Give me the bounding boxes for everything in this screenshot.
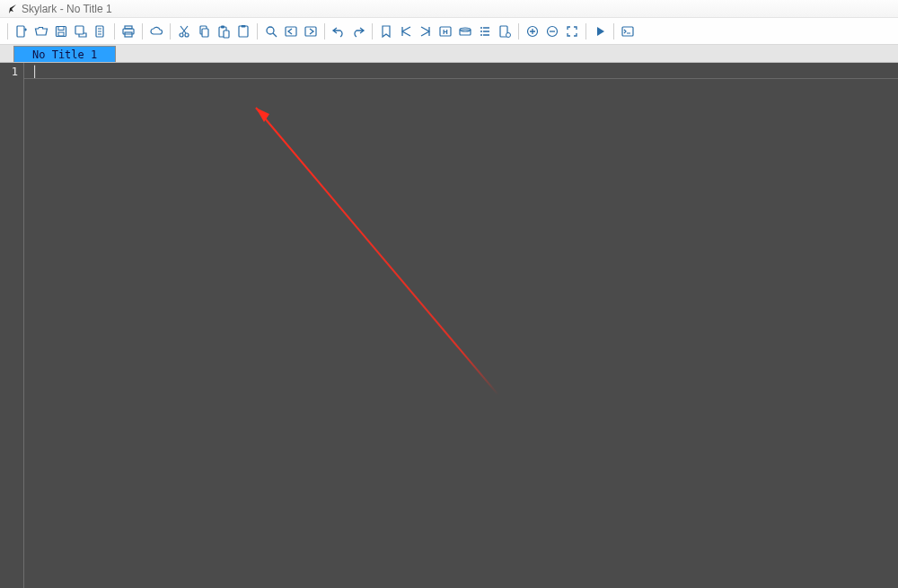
svg-rect-20 — [305, 27, 316, 36]
toolbar-separator — [518, 23, 519, 39]
svg-rect-12 — [202, 29, 208, 37]
svg-rect-23 — [460, 30, 471, 35]
svg-point-26 — [506, 32, 511, 37]
run-button[interactable] — [591, 22, 609, 40]
line-number-gutter: 1 — [0, 63, 24, 588]
search-button[interactable] — [262, 22, 280, 40]
line-number: 1 — [12, 66, 23, 78]
toolbar-separator — [372, 23, 373, 39]
save-as-button[interactable] — [72, 22, 90, 40]
print-button[interactable] — [119, 22, 137, 40]
cloud-button[interactable] — [147, 22, 165, 40]
toolbar-separator — [170, 23, 171, 39]
fullscreen-button[interactable] — [563, 22, 581, 40]
svg-rect-16 — [239, 26, 248, 37]
toolbar-separator — [114, 23, 115, 39]
tab-no-title-1[interactable]: No Title 1 — [13, 46, 116, 62]
app-logo-icon — [5, 3, 18, 15]
bookmark-button[interactable] — [377, 22, 395, 40]
toolbar-separator — [585, 23, 586, 39]
tab-gutter — [0, 45, 13, 62]
titlebar: Skylark - No Title 1 — [0, 0, 898, 18]
zoom-out-button[interactable] — [543, 22, 561, 40]
toolbar-separator — [7, 23, 8, 39]
svg-text:H: H — [443, 28, 448, 36]
save-button[interactable] — [52, 22, 70, 40]
terminal-button[interactable] — [619, 22, 637, 40]
text-cursor: │ — [31, 66, 38, 78]
svg-rect-3 — [58, 32, 64, 36]
svg-rect-1 — [57, 26, 66, 36]
new-document-button[interactable] — [92, 22, 110, 40]
redo-button[interactable] — [349, 22, 367, 40]
svg-rect-0 — [17, 26, 24, 37]
toolbar-separator — [142, 23, 143, 39]
undo-button[interactable] — [330, 22, 348, 40]
svg-rect-29 — [622, 27, 633, 36]
editor: 1 │ — [0, 63, 898, 588]
svg-point-18 — [267, 27, 274, 34]
find-next-button[interactable] — [302, 22, 320, 40]
toolbar-separator — [613, 23, 614, 39]
svg-rect-17 — [242, 25, 246, 28]
tabs-row: No Title 1 — [0, 45, 898, 63]
tabs-spacer — [116, 45, 898, 62]
code-divider — [24, 78, 898, 79]
file-settings-button[interactable] — [496, 22, 514, 40]
toolbar: H — [0, 18, 898, 45]
bookmark-toggle-button[interactable]: H — [436, 22, 454, 40]
open-file-button[interactable] — [32, 22, 50, 40]
find-prev-button[interactable] — [282, 22, 300, 40]
svg-rect-19 — [286, 27, 296, 36]
disk-button[interactable] — [456, 22, 474, 40]
clipboard-button[interactable] — [234, 22, 252, 40]
svg-rect-15 — [224, 31, 229, 38]
zoom-in-button[interactable] — [524, 22, 541, 40]
cut-button[interactable] — [175, 22, 193, 40]
toolbar-separator — [257, 23, 258, 39]
code-area[interactable]: │ — [24, 63, 898, 588]
window-title: Skylark - No Title 1 — [22, 3, 112, 15]
copy-button[interactable] — [195, 22, 213, 40]
paste-button[interactable] — [215, 22, 233, 40]
bookmark-next-button[interactable] — [417, 22, 435, 40]
svg-point-10 — [185, 33, 189, 37]
new-file-button[interactable] — [13, 22, 31, 40]
bookmark-prev-button[interactable] — [397, 22, 415, 40]
svg-rect-2 — [58, 26, 64, 30]
svg-point-9 — [180, 33, 183, 37]
toolbar-separator — [324, 23, 325, 39]
list-button[interactable] — [476, 22, 494, 40]
svg-rect-14 — [221, 25, 224, 28]
svg-rect-4 — [75, 26, 84, 34]
